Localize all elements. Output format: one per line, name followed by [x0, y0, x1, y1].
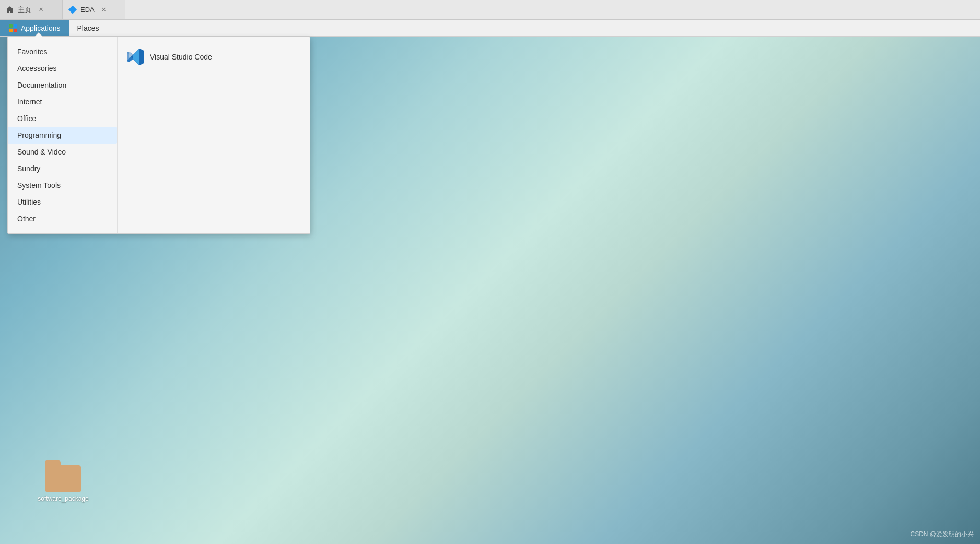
category-office[interactable]: Office [8, 110, 117, 127]
app-vscode[interactable]: Visual Studio Code [118, 43, 310, 70]
category-list: Favorites Accessories Documentation Inte… [8, 37, 118, 233]
menu-places-label: Places [77, 24, 99, 32]
vscode-icon [127, 49, 144, 65]
category-accessories[interactable]: Accessories [8, 60, 117, 77]
tab-home-close[interactable]: ✕ [37, 6, 45, 14]
svg-rect-3 [14, 29, 17, 32]
watermark: CSDN @爱发明的小兴 [910, 530, 974, 539]
applications-dropdown: Favorites Accessories Documentation Inte… [7, 37, 310, 234]
menubar: Applications Places [0, 20, 980, 37]
applications-icon [8, 23, 18, 33]
menu-places[interactable]: Places [69, 20, 108, 36]
home-icon [5, 5, 15, 15]
taskbar: 主页 ✕ EDA ✕ [0, 0, 980, 20]
desktop-item-software-package[interactable]: software_package [40, 465, 87, 502]
menu-applications-label: Applications [21, 24, 61, 32]
category-system-tools[interactable]: System Tools [8, 177, 117, 194]
category-documentation[interactable]: Documentation [8, 77, 117, 93]
tab-eda-close[interactable]: ✕ [100, 6, 108, 14]
category-internet[interactable]: Internet [8, 93, 117, 110]
category-utilities[interactable]: Utilities [8, 194, 117, 210]
category-programming[interactable]: Programming [8, 127, 117, 144]
tab-home-label: 主页 [18, 5, 31, 15]
tab-eda[interactable]: EDA ✕ [63, 0, 125, 19]
tab-eda-label: EDA [80, 6, 95, 14]
app-vscode-label: Visual Studio Code [150, 53, 212, 61]
category-sound-video[interactable]: Sound & Video [8, 144, 117, 160]
tab-home[interactable]: 主页 ✕ [0, 0, 63, 19]
svg-rect-2 [9, 29, 13, 32]
folder-icon [45, 465, 81, 492]
category-other[interactable]: Other [8, 210, 117, 227]
category-favorites[interactable]: Favorites [8, 43, 117, 60]
category-sundry[interactable]: Sundry [8, 160, 117, 177]
eda-icon [68, 5, 77, 15]
svg-rect-0 [9, 24, 13, 28]
desktop-item-label: software_package [38, 495, 88, 502]
svg-rect-1 [14, 24, 17, 28]
app-list: Visual Studio Code [118, 37, 310, 233]
